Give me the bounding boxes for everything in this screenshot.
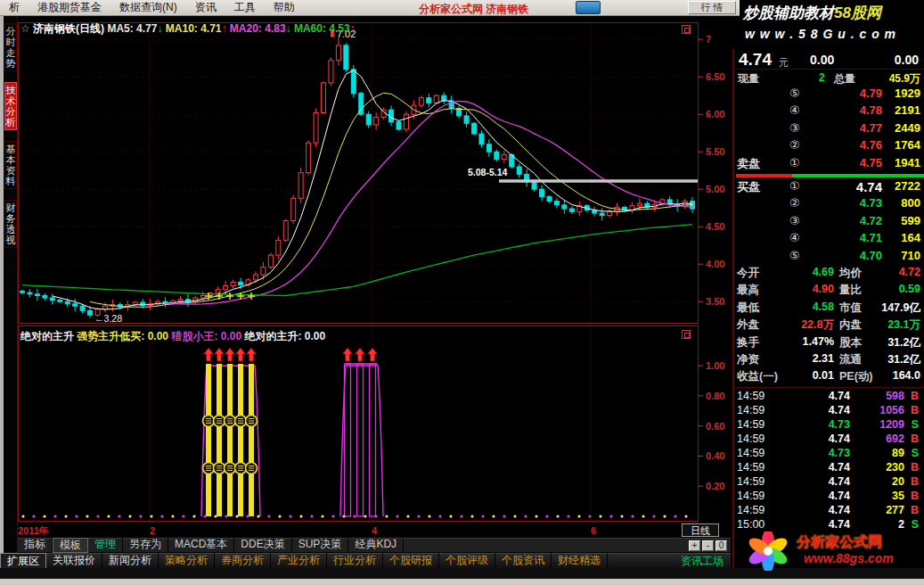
- svg-text:4.50: 4.50: [706, 221, 724, 232]
- stat-row: 最高4.90 量比0.59: [734, 283, 924, 300]
- bottom-tab[interactable]: 财经精选: [552, 553, 608, 569]
- total-volume: 45.9万: [889, 71, 920, 87]
- logo-site-name: 分析家公式网: [797, 533, 882, 552]
- bottom-tab[interactable]: 产业分析: [271, 553, 327, 569]
- bid-row[interactable]: ② 4.73 800: [734, 196, 924, 213]
- stock-star-icon: ☆: [20, 22, 33, 35]
- indicator-tab[interactable]: 管理: [88, 538, 123, 553]
- main-chart-header: ☆ 济南钢铁(日线) MA5: 4.77↓ MA10: 4.71↑ MA20: …: [20, 21, 356, 37]
- ma60-arrow-icon: ↑: [350, 22, 356, 35]
- bid-row[interactable]: ⑤ 4.70 710: [734, 249, 924, 266]
- tick-row[interactable]: 15:00 4.74 2 S: [734, 518, 924, 532]
- quote-button[interactable]: 行 情: [688, 1, 736, 14]
- bid-row[interactable]: ④ 4.71 164: [734, 231, 924, 248]
- svg-text:0.60: 0.60: [706, 421, 724, 432]
- chart-zoom-button[interactable]: +: [689, 540, 700, 551]
- svg-text:0.40: 0.40: [706, 450, 724, 461]
- sidebar-tab[interactable]: 财务透视: [4, 200, 17, 248]
- bid-row[interactable]: ③ 4.72 599: [734, 214, 924, 231]
- ad-banner: 炒股辅助教材58股网 w w w . 5 8 G u . c o m: [740, 0, 924, 49]
- sidebar-tab[interactable]: 基本资料: [4, 141, 17, 189]
- chart-zoom-button[interactable]: 0: [715, 540, 727, 551]
- tick-row[interactable]: 14:59 4.74 1056 B: [734, 404, 924, 418]
- indicator-tabs: 指标模板管理另存为MACD基本DDE决策SUP决策经典KDJ: [18, 538, 404, 553]
- window-edge: [0, 16, 4, 569]
- stat-row: 净资2.31 流通31.2亿: [734, 352, 924, 369]
- svg-text:4.00: 4.00: [706, 259, 724, 269]
- banner-url: w w w . 5 8 G u . c o m: [745, 27, 924, 41]
- ask-row[interactable]: ④ 4.78 2191: [734, 103, 924, 120]
- banner-title: 炒股辅助教材58股网: [743, 3, 924, 23]
- menu-item[interactable]: 帮助: [265, 1, 304, 13]
- menu-item[interactable]: 数据查询(N): [110, 1, 186, 13]
- stock-title: 济南钢铁(日线): [33, 22, 104, 35]
- indicator-tab[interactable]: SUP决策: [292, 538, 349, 553]
- logo-site-url[interactable]: www.88gs.com: [804, 551, 894, 565]
- sub-chart-restore-icon[interactable]: [682, 330, 691, 339]
- svg-text:6.50: 6.50: [706, 71, 724, 82]
- bottom-tab[interactable]: 个股评级: [439, 553, 495, 569]
- menu-item[interactable]: 工具: [225, 1, 265, 13]
- chart-zoom-button[interactable]: -: [702, 540, 714, 551]
- menu-item[interactable]: 资讯: [186, 1, 225, 13]
- bottom-tab[interactable]: 扩展区: [0, 553, 46, 569]
- left-sidebar: 分时走势技术分析基本资料财务透视: [0, 16, 18, 569]
- ask-queue: ⑤ 4.79 1929 ④ 4.78 2191 ③ 4.77 2449 ② 4.: [734, 87, 924, 173]
- svg-text:7: 7: [706, 34, 711, 45]
- now-volume: 2: [819, 71, 825, 84]
- bottom-tab[interactable]: 券商分析: [215, 553, 271, 569]
- indicator-header: 绝对的主升 强势主升低买: 0.00 猎股小王: 0.00 绝对的主升: 0.0…: [20, 329, 325, 344]
- candlestick-chart-canvas[interactable]: 76.506.005.505.004.504.003.505.08-5.147.…: [18, 16, 731, 538]
- stat-grid: 今开4.69 均价4.72 最高4.90 量比0.59 最低4.58 市值147…: [734, 266, 924, 387]
- menu-item[interactable]: 港股期货基金: [29, 1, 110, 13]
- bottom-tab[interactable]: 个股资讯: [495, 553, 552, 569]
- stat-row: 今开4.69 均价4.72: [734, 266, 924, 283]
- indicator-tab[interactable]: 模板: [53, 538, 88, 553]
- info-factory-link[interactable]: 资讯工场: [681, 554, 731, 569]
- menu-item[interactable]: 析: [0, 1, 29, 13]
- bottom-tab[interactable]: 新闻分析: [102, 553, 159, 569]
- svg-text:←3.28: ←3.28: [94, 313, 122, 324]
- svg-text:0.80: 0.80: [706, 391, 724, 401]
- bottom-tab[interactable]: 个股研报: [383, 553, 439, 569]
- sidebar-tab[interactable]: 技术分析: [4, 82, 17, 130]
- bottom-tab[interactable]: 策略分析: [159, 553, 215, 569]
- bottom-tab[interactable]: 行业分析: [327, 553, 383, 569]
- ma5-arrow-icon: ↓: [157, 22, 162, 35]
- ask-row[interactable]: ⑤ 4.79 1929: [734, 87, 924, 103]
- indicator-tab[interactable]: 指标: [18, 538, 53, 553]
- ask-row[interactable]: 卖盘 ① 4.75 1941: [734, 156, 924, 173]
- sidebar-tab[interactable]: 分时走势: [4, 23, 17, 71]
- indicator-tab[interactable]: MACD基本: [168, 538, 234, 553]
- stock-app-window: 析港股期货基金数据查询(N)资讯工具帮助 分析家公式网 济南钢铁 行 情 炒股辅…: [0, 0, 924, 585]
- indicator-tab[interactable]: 另存为: [123, 538, 168, 553]
- bottom-tab-bar: 扩展区关联报价新闻分析策略分析券商分析产业分析行业分析个股研报个股评级个股资讯财…: [0, 553, 731, 568]
- buy-sell-ratio-bar: [736, 174, 924, 177]
- tick-row[interactable]: 14:59 4.74 230 B: [734, 461, 924, 475]
- svg-text:5.50: 5.50: [706, 146, 724, 157]
- tick-row[interactable]: 14:59 4.73 89 S: [734, 447, 924, 461]
- bottom-tab[interactable]: 关联报价: [46, 553, 102, 569]
- bid-row[interactable]: 买盘 ① 4.74 2722: [734, 179, 924, 196]
- svg-text:6.00: 6.00: [706, 109, 724, 119]
- tick-row[interactable]: 14:59 4.74 35 B: [734, 490, 924, 504]
- ask-row[interactable]: ② 4.76 1764: [734, 138, 924, 155]
- tick-row[interactable]: 14:59 4.74 598 B: [734, 390, 924, 404]
- ma10-arrow-icon: ↑: [222, 22, 227, 35]
- tick-row[interactable]: 14:59 4.74 692 B: [734, 433, 924, 447]
- main-chart-restore-icon[interactable]: [682, 25, 691, 34]
- svg-text:1.00: 1.00: [706, 360, 724, 371]
- indicator-tab[interactable]: 经典KDJ: [348, 538, 404, 553]
- period-label[interactable]: 日线: [682, 523, 719, 537]
- menu-bar: 析港股期货基金数据查询(N)资讯工具帮助: [0, 0, 740, 16]
- toolbar-hand-icon[interactable]: [576, 1, 601, 14]
- flower-logo-icon: [740, 531, 797, 571]
- svg-text:4: 4: [372, 525, 378, 536]
- tick-row[interactable]: 14:59 4.74 20 B: [734, 475, 924, 490]
- svg-text:0.20: 0.20: [706, 481, 724, 491]
- tick-row[interactable]: 14:59 4.74 277 B: [734, 504, 924, 518]
- ask-row[interactable]: ③ 4.77 2449: [734, 121, 924, 138]
- indicator-tab[interactable]: DDE决策: [234, 538, 291, 553]
- tick-row[interactable]: 14:59 4.73 1209 S: [734, 418, 924, 433]
- svg-text:2: 2: [150, 525, 155, 536]
